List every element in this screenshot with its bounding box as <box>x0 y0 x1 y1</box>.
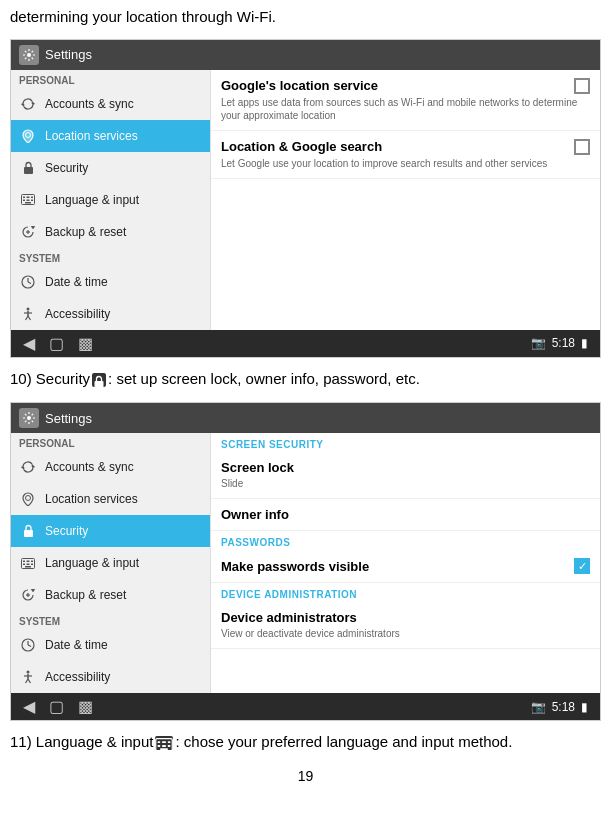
desc2-rest: : chose your preferred language and inpu… <box>175 733 512 750</box>
svg-line-41 <box>26 679 29 683</box>
content-item-passwords-visible[interactable]: Make passwords visible ✓ <box>211 550 600 583</box>
desc2-number: 11) <box>10 733 32 750</box>
recent-icon-1[interactable]: ▩ <box>78 334 93 353</box>
sidebar-item-backup-1[interactable]: Backup & reset <box>11 216 210 248</box>
content-item-owner-info[interactable]: Owner info <box>211 499 600 531</box>
screenshot2: Settings PERSONAL Accounts & sync <box>10 402 601 721</box>
svg-rect-29 <box>23 563 25 565</box>
svg-rect-7 <box>23 200 25 202</box>
home-icon-1[interactable]: ▢ <box>49 334 64 353</box>
svg-rect-24 <box>24 530 33 537</box>
status-bar-right-1: 📷 5:18 ▮ <box>531 336 588 350</box>
svg-rect-50 <box>161 748 169 750</box>
sidebar-item-date-2[interactable]: Date & time <box>11 629 210 661</box>
svg-rect-47 <box>158 745 161 747</box>
svg-rect-49 <box>168 745 171 747</box>
settings-body-1: PERSONAL Accounts & sync Location servic… <box>11 70 600 330</box>
svg-rect-48 <box>163 745 167 747</box>
content-panel-2: SCREEN SECURITY Screen lock Slide Owner … <box>211 433 600 693</box>
sidebar-item-location-1[interactable]: Location services <box>11 120 210 152</box>
svg-rect-32 <box>25 566 31 568</box>
lock-icon-inline <box>92 373 106 387</box>
sidebar-item-security-2[interactable]: Security <box>11 515 210 547</box>
back-icon-2[interactable]: ◀ <box>23 697 35 716</box>
desc1-text: Security <box>36 370 90 387</box>
sync-icon-2 <box>19 458 37 476</box>
location-label-1: Location services <box>45 129 138 143</box>
svg-point-0 <box>27 53 31 57</box>
back-icon-1[interactable]: ◀ <box>23 334 35 353</box>
keyboard-icon-inline <box>155 736 173 750</box>
location-icon-1 <box>19 127 37 145</box>
time-1: 5:18 <box>552 336 575 350</box>
google-location-checkbox[interactable] <box>574 78 590 94</box>
accessibility-label-1: Accessibility <box>45 307 110 321</box>
titlebar-label-2: Settings <box>45 411 92 426</box>
system-label-1: SYSTEM <box>11 248 210 266</box>
sidebar-item-accessibility-2[interactable]: Accessibility <box>11 661 210 693</box>
sidebar-item-language-1[interactable]: Language & input <box>11 184 210 216</box>
content-item-screen-lock[interactable]: Screen lock Slide <box>211 452 600 499</box>
svg-line-42 <box>28 679 31 683</box>
titlebar-2: Settings <box>11 403 600 433</box>
svg-point-38 <box>27 671 30 674</box>
sidebar-item-accessibility-1[interactable]: Accessibility <box>11 298 210 330</box>
date-label-2: Date & time <box>45 638 108 652</box>
sidebar-item-language-2[interactable]: Language & input <box>11 547 210 579</box>
svg-rect-21 <box>95 381 104 388</box>
lock-icon-sidebar-2 <box>19 522 37 540</box>
backup-icon-sidebar-2 <box>19 586 37 604</box>
svg-rect-9 <box>31 200 33 202</box>
svg-point-23 <box>26 496 31 501</box>
nav-bar-2: ◀ ▢ ▩ 📷 5:18 ▮ <box>11 693 600 720</box>
sidebar-item-accounts-sync-1[interactable]: Accounts & sync <box>11 88 210 120</box>
sidebar-item-backup-2[interactable]: Backup & reset <box>11 579 210 611</box>
svg-rect-45 <box>163 741 167 743</box>
settings-app-2: Settings PERSONAL Accounts & sync <box>11 403 600 720</box>
backup-icon-sidebar-1 <box>19 223 37 241</box>
settings-body-2: PERSONAL Accounts & sync Location servic… <box>11 433 600 693</box>
screen-lock-subtitle: Slide <box>221 477 590 490</box>
settings-app-1: Settings PERSONAL Accounts & sync <box>11 40 600 357</box>
status-bar-right-2: 📷 5:18 ▮ <box>531 700 588 714</box>
content-item-google-location[interactable]: Google's location service Let apps use d… <box>211 70 600 131</box>
sidebar-item-accounts-sync-2[interactable]: Accounts & sync <box>11 451 210 483</box>
lock-icon-sidebar-1 <box>19 159 37 177</box>
device-admin-label: DEVICE ADMINISTRATION <box>211 583 600 602</box>
sidebar-item-date-1[interactable]: Date & time <box>11 266 210 298</box>
svg-point-16 <box>27 307 30 310</box>
recent-icon-2[interactable]: ▩ <box>78 697 93 716</box>
system-label-2: SYSTEM <box>11 611 210 629</box>
home-icon-2[interactable]: ▢ <box>49 697 64 716</box>
passwords-label: PASSWORDS <box>211 531 600 550</box>
location-search-title: Location & Google search <box>221 139 382 154</box>
status-icons-2: 📷 <box>531 700 546 714</box>
accessibility-label-2: Accessibility <box>45 670 110 684</box>
location-label-2: Location services <box>45 492 138 506</box>
location-search-checkbox[interactable] <box>574 139 590 155</box>
time-2: 5:18 <box>552 700 575 714</box>
svg-line-15 <box>28 282 31 284</box>
backup-label-2: Backup & reset <box>45 588 126 602</box>
svg-rect-10 <box>25 202 31 204</box>
content-item-location-search[interactable]: Location & Google search Let Google use … <box>211 131 600 179</box>
nav-icons-1: ◀ ▢ ▩ <box>23 334 93 353</box>
screenshot1: Settings PERSONAL Accounts & sync <box>10 39 601 358</box>
accessibility-icon-sidebar-1 <box>19 305 37 323</box>
svg-line-37 <box>28 645 31 647</box>
sidebar-item-security-1[interactable]: Security <box>11 152 210 184</box>
language-label-2: Language & input <box>45 556 139 570</box>
desc2-text: Language & input <box>36 733 154 750</box>
page-number: 19 <box>0 762 611 790</box>
svg-rect-44 <box>158 741 161 743</box>
passwords-visible-checkbox[interactable]: ✓ <box>574 558 590 574</box>
sidebar-2: PERSONAL Accounts & sync Location servic… <box>11 433 211 693</box>
content-item-device-admins[interactable]: Device administrators View or deactivate… <box>211 602 600 649</box>
owner-info-title: Owner info <box>221 507 590 522</box>
screen-lock-title: Screen lock <box>221 460 590 475</box>
nav-icons-2: ◀ ▢ ▩ <box>23 697 93 716</box>
security-label-1: Security <box>45 161 88 175</box>
nav-bar-1: ◀ ▢ ▩ 📷 5:18 ▮ <box>11 330 600 357</box>
sidebar-1: PERSONAL Accounts & sync Location servic… <box>11 70 211 330</box>
sidebar-item-location-2[interactable]: Location services <box>11 483 210 515</box>
